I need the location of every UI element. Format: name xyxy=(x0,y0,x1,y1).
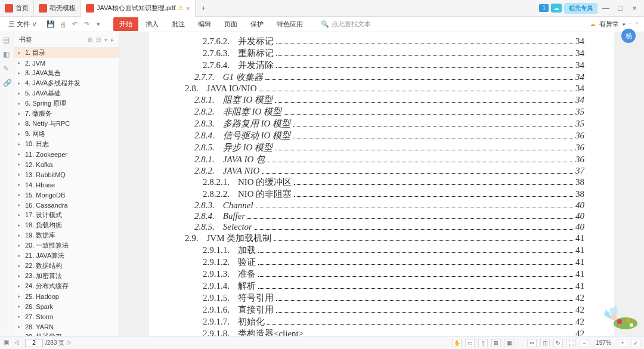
close-icon[interactable]: × xyxy=(186,5,190,12)
menu-start[interactable]: 开始 xyxy=(113,17,138,31)
view-continuous-icon[interactable]: ▯ xyxy=(478,339,488,347)
sidebar-item[interactable]: ▸13. RabbitMQ xyxy=(14,169,119,180)
menu-edit[interactable]: 编辑 xyxy=(192,17,217,31)
fit-page-icon[interactable]: ◫ xyxy=(540,339,550,347)
toc-entry[interactable]: 2.8.1.阻塞 IO 模型34 xyxy=(185,94,584,106)
zoom-out-icon[interactable]: − xyxy=(580,339,589,347)
toc-entry[interactable]: 2.9.1.7.初始化42 xyxy=(185,316,584,328)
toc-entry[interactable]: 2.8.4.信号驱动 IO 模型36 xyxy=(185,130,584,141)
toc-entry[interactable]: 2.9.1.3.准备41 xyxy=(185,268,584,280)
sidebar-item[interactable]: ▸22. 数据结构 xyxy=(14,261,119,271)
toc-entry[interactable]: 2.7.7.G1 收集器34 xyxy=(185,72,584,83)
toc-entry[interactable]: 2.7.6.4.并发清除34 xyxy=(185,60,584,71)
sidebar-item[interactable]: ▸27. Storm xyxy=(14,311,119,322)
toc-entry[interactable]: 2.9.1.8.类构造器<client>42 xyxy=(185,328,584,336)
toc-entry[interactable]: 2.7.6.3.重新标记34 xyxy=(185,48,584,59)
undo-icon[interactable]: ↶ xyxy=(70,20,79,29)
sidebar-item[interactable]: ▸14. Hbase xyxy=(14,180,119,190)
sidebar-item[interactable]: ▸6. Spring 原理 xyxy=(14,98,119,109)
tab-document[interactable]: JAVA核心面试知识整理.pdf ⚠ × xyxy=(81,0,196,17)
chevron-down-icon[interactable]: ▾ xyxy=(623,21,626,27)
document-area[interactable]: 2.7.6.2.并发标记342.7.6.3.重新标记342.7.6.4.并发清除… xyxy=(119,32,644,336)
sidebar-item[interactable]: ▸12. Kafka xyxy=(14,159,119,169)
sidebar-item[interactable]: ▸26. Spark xyxy=(14,301,119,311)
sidebar-item[interactable]: ▸5. JAVA基础 xyxy=(14,88,119,98)
abnormal-label[interactable]: 有异常 xyxy=(599,20,619,29)
sidebar-item[interactable]: ▸4. JAVA多线程并发 xyxy=(14,78,119,88)
view-book-icon[interactable]: ▦ xyxy=(504,339,514,347)
zoom-in-icon[interactable]: + xyxy=(618,339,627,347)
sidebar-item[interactable]: ▸10. 日志 xyxy=(14,139,119,149)
hand-tool-icon[interactable]: ✋ xyxy=(452,339,462,347)
more-icon[interactable]: : xyxy=(629,21,631,27)
toc-entry[interactable]: 2.9.1.2.验证41 xyxy=(185,257,584,268)
fit-width-icon[interactable]: ⇔ xyxy=(527,339,537,347)
toc-entry[interactable]: 2.8.2.非阻塞 IO 模型35 xyxy=(185,106,584,118)
cloud-icon[interactable]: ☁ xyxy=(551,4,562,13)
file-menu[interactable]: 三 文件 ∨ xyxy=(4,20,42,29)
sidebar-item[interactable]: ▸24. 分布式缓存 xyxy=(14,281,119,291)
tab-templates[interactable]: 稻壳模板 xyxy=(34,0,81,17)
toc-entry[interactable]: 2.8.3.Channel40 xyxy=(185,200,584,211)
sidebar-item[interactable]: ▸18. 负载均衡 xyxy=(14,220,119,230)
menu-page[interactable]: 页面 xyxy=(218,17,243,31)
save-icon[interactable]: 💾 xyxy=(47,20,55,29)
user-avatar[interactable]: 杨 xyxy=(621,29,636,43)
thumbnail-icon[interactable]: ◧ xyxy=(3,50,11,58)
sidebar-item[interactable]: ▸11. Zookeeper xyxy=(14,149,119,159)
sidebar-item[interactable]: ▸29. 机器学习 xyxy=(14,332,119,336)
search-hint[interactable]: 🔍 点此查找文本 xyxy=(321,20,371,29)
prev-page-icon[interactable]: ◁ xyxy=(14,339,23,347)
toc-entry[interactable]: 2.7.6.2.并发标记34 xyxy=(185,36,584,47)
bookmark-icon[interactable]: ▤ xyxy=(3,36,11,44)
toc-entry[interactable]: 2.8.2.2.NIO 的非阻塞38 xyxy=(185,189,584,200)
toc-entry[interactable]: 2.8.JAVA IO/NIO34 xyxy=(185,84,584,94)
sidebar-item[interactable]: ▸1. 目录 xyxy=(14,48,119,58)
sidebar-item[interactable]: ▸28. YARN xyxy=(14,322,119,332)
toc-entry[interactable]: 2.8.2.JAVA NIO37 xyxy=(185,166,584,176)
menu-comment[interactable]: 批注 xyxy=(166,17,191,31)
page-input[interactable] xyxy=(25,339,43,347)
collapse-icon[interactable]: ⌃ xyxy=(634,21,639,27)
sidebar-pin-icon[interactable]: ▸ xyxy=(111,36,114,43)
view-single-icon[interactable]: ▭ xyxy=(465,339,475,347)
sidebar-item[interactable]: ▸7. 微服务 xyxy=(14,109,119,119)
minimize-icon[interactable]: — xyxy=(600,4,612,13)
toc-entry[interactable]: 2.9.1.4.解析41 xyxy=(185,280,584,292)
toc-entry[interactable]: 2.8.1.JAVA IO 包36 xyxy=(185,154,584,165)
toc-entry[interactable]: 2.9.1.1.加载41 xyxy=(185,245,584,256)
sidebar-item[interactable]: ▸3. JAVA集合 xyxy=(14,68,119,78)
expand-icon[interactable]: ⤢ xyxy=(631,339,640,347)
sidebar-item[interactable]: ▸16. Cassandra xyxy=(14,200,119,210)
link-icon[interactable]: 🔗 xyxy=(3,79,11,87)
close-window-icon[interactable]: × xyxy=(628,4,640,13)
promo-label[interactable]: 稻壳专属 xyxy=(564,3,597,14)
redo-icon[interactable]: ↷ xyxy=(82,20,91,29)
sidebar-item[interactable]: ▸9. 网络 xyxy=(14,129,119,139)
menu-insert[interactable]: 插入 xyxy=(140,17,165,31)
sidebar-item[interactable]: ▸8. Netty 与RPC xyxy=(14,119,119,129)
sidebar-item[interactable]: ▸21. JAVA算法 xyxy=(14,251,119,261)
dropdown-icon[interactable]: ▾ xyxy=(94,20,103,29)
maximize-icon[interactable]: □ xyxy=(614,4,626,13)
collapse-all-icon[interactable]: ⊟ xyxy=(96,36,101,43)
view-facing-icon[interactable]: ⊞ xyxy=(491,339,501,347)
sidebar-item[interactable]: ▸15. MongoDB xyxy=(14,190,119,200)
toc-toggle-icon[interactable]: ▣ xyxy=(4,339,12,347)
sidebar-item[interactable]: ▸25. Hadoop xyxy=(14,291,119,301)
toc-entry[interactable]: 2.9.1.5.符号引用42 xyxy=(185,292,584,304)
sidebar-item[interactable]: ▸17. 设计模式 xyxy=(14,210,119,220)
toc-entry[interactable]: 2.8.3.多路复用 IO 模型35 xyxy=(185,118,584,129)
fullscreen-icon[interactable]: ⛶ xyxy=(566,339,576,347)
sidebar-item[interactable]: ▸23. 加密算法 xyxy=(14,271,119,281)
menu-special[interactable]: 特色应用 xyxy=(271,17,309,31)
sidebar-item[interactable]: ▸19. 数据库 xyxy=(14,230,119,240)
toc-entry[interactable]: 2.8.5.Selector40 xyxy=(185,222,584,232)
toc-entry[interactable]: 2.9.JVM 类加载机制41 xyxy=(185,233,584,244)
sidebar-more-icon[interactable]: ▾ xyxy=(104,36,107,43)
toc-entry[interactable]: 2.9.1.6.直接引用42 xyxy=(185,304,584,316)
sidebar-item[interactable]: ▸20. 一致性算法 xyxy=(14,240,119,251)
toc-entry[interactable]: 2.8.2.1.NIO 的缓冲区38 xyxy=(185,177,584,188)
tab-home[interactable]: 首页 xyxy=(0,0,34,17)
print-icon[interactable]: 🖨 xyxy=(58,20,67,29)
